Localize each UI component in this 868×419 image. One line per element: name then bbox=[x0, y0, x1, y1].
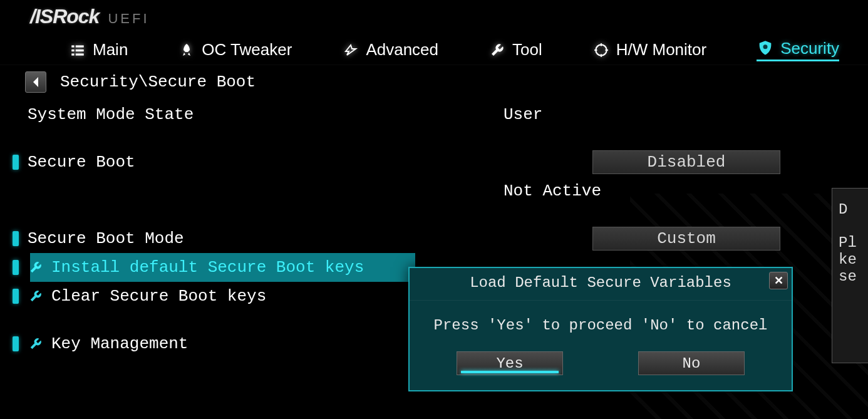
clear-keys-label: Clear Secure Boot keys bbox=[51, 287, 266, 306]
secure-boot-label: Secure Boot bbox=[28, 153, 504, 172]
tab-advanced[interactable]: Advanced bbox=[342, 40, 438, 59]
wrench-icon bbox=[28, 336, 44, 352]
back-button[interactable] bbox=[25, 71, 46, 93]
wrench-icon bbox=[28, 259, 44, 276]
confirm-dialog: Load Default Secure Variables ✕ Press 'Y… bbox=[408, 267, 793, 391]
shield-icon bbox=[757, 39, 774, 57]
svg-rect-3 bbox=[76, 49, 84, 51]
tab-hw-label: H/W Monitor bbox=[616, 40, 706, 59]
logo: /ISRock UEFI bbox=[30, 5, 150, 28]
svg-rect-0 bbox=[71, 45, 74, 47]
close-button[interactable]: ✕ bbox=[769, 272, 788, 289]
breadcrumb: Security\Secure Boot bbox=[25, 71, 256, 93]
logo-brand: /ISRock bbox=[30, 5, 99, 28]
dialog-buttons: Yes No bbox=[410, 340, 792, 390]
star-icon bbox=[342, 41, 359, 59]
tab-tool[interactable]: Tool bbox=[488, 40, 542, 59]
wrench-icon bbox=[28, 288, 44, 304]
svg-rect-1 bbox=[76, 45, 84, 47]
svg-point-6 bbox=[596, 44, 606, 55]
help-line: ke bbox=[839, 251, 865, 268]
close-icon: ✕ bbox=[774, 274, 783, 287]
marker-icon bbox=[13, 231, 19, 246]
tab-oc-label: OC Tweaker bbox=[202, 40, 292, 59]
svg-rect-4 bbox=[71, 53, 74, 55]
tab-advanced-label: Advanced bbox=[366, 40, 438, 59]
tab-oc-tweaker[interactable]: OC Tweaker bbox=[178, 40, 292, 59]
svg-point-11 bbox=[763, 44, 768, 49]
secure-boot-status: Not Active bbox=[504, 182, 604, 200]
help-line: Pl bbox=[839, 234, 865, 251]
tab-security[interactable]: Security bbox=[757, 39, 839, 61]
secure-boot-mode-select[interactable]: Custom bbox=[592, 227, 780, 251]
tab-main-label: Main bbox=[93, 40, 128, 59]
marker-icon bbox=[13, 289, 19, 304]
tab-hw-monitor[interactable]: H/W Monitor bbox=[592, 40, 706, 59]
system-mode-value: User bbox=[504, 105, 604, 124]
yes-button[interactable]: Yes bbox=[457, 351, 563, 375]
chevron-left-icon bbox=[31, 77, 40, 87]
system-mode-label: System Mode State bbox=[28, 105, 504, 124]
breadcrumb-text: Security\Secure Boot bbox=[60, 73, 256, 91]
no-button[interactable]: No bbox=[638, 351, 745, 375]
row-secure-boot: Secure Boot Disabled bbox=[13, 148, 868, 177]
dialog-body: Press 'Yes' to proceed 'No' to cancel bbox=[410, 301, 792, 340]
row-secure-boot-status: Not Active bbox=[13, 177, 868, 205]
tab-tool-label: Tool bbox=[512, 40, 542, 59]
wrench-icon bbox=[488, 41, 506, 59]
marker-icon bbox=[13, 336, 19, 351]
svg-rect-2 bbox=[71, 49, 74, 51]
marker-icon bbox=[13, 155, 19, 170]
tab-security-label: Security bbox=[780, 39, 839, 58]
secure-boot-select[interactable]: Disabled bbox=[592, 150, 780, 174]
dialog-title: Load Default Secure Variables bbox=[470, 274, 731, 291]
key-management-label: Key Management bbox=[51, 334, 188, 353]
secure-boot-mode-label: Secure Boot Mode bbox=[28, 229, 504, 248]
top-nav: Main OC Tweaker Advanced Tool H/W Monito… bbox=[0, 35, 868, 65]
help-line: D bbox=[839, 201, 865, 218]
list-icon bbox=[69, 41, 86, 59]
tab-main[interactable]: Main bbox=[69, 40, 128, 59]
rocket-icon bbox=[178, 41, 195, 59]
row-secure-boot-mode: Secure Boot Mode Custom bbox=[13, 224, 868, 253]
row-system-mode: System Mode State User bbox=[13, 100, 868, 129]
install-keys-label: Install default Secure Boot keys bbox=[51, 258, 364, 277]
help-panel: D Pl ke se bbox=[832, 188, 868, 363]
svg-rect-5 bbox=[76, 53, 84, 55]
help-line: se bbox=[839, 268, 865, 285]
logo-sub: UEFI bbox=[108, 11, 149, 27]
target-icon bbox=[592, 41, 610, 59]
marker-icon bbox=[13, 260, 19, 275]
